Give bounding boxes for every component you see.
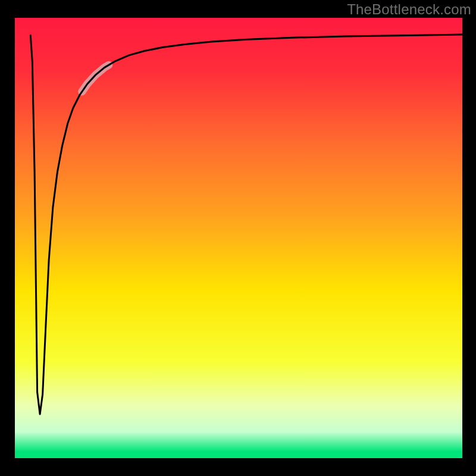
- bottleneck-chart: [0, 0, 476, 476]
- plot-background: [15, 18, 462, 458]
- watermark-text: TheBottleneck.com: [347, 1, 471, 18]
- chart-frame: TheBottleneck.com: [0, 0, 476, 476]
